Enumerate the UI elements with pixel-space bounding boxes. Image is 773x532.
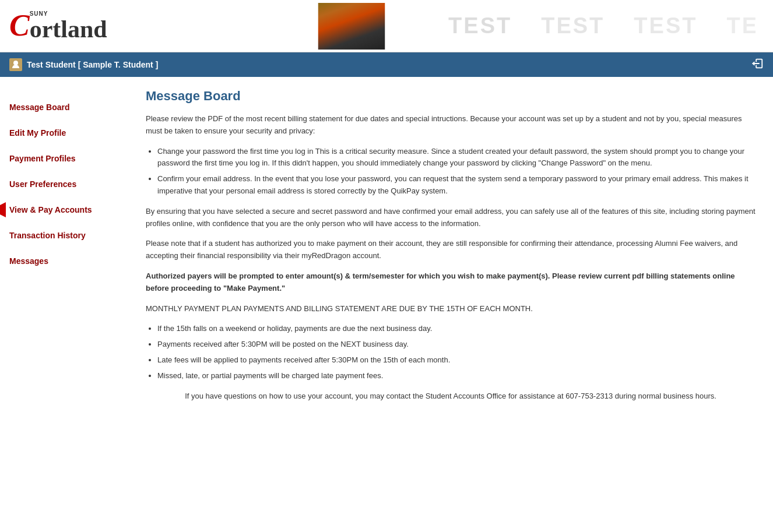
monthly-bullet-3: Late fees will be applied to payments re…: [157, 354, 756, 367]
monthly-bullet-4: Missed, late, or partial payments will b…: [157, 370, 756, 382]
nav-user-label: Test Student [ Sample T. Student ]: [27, 60, 158, 69]
monthly-bullet-1: If the 15th falls on a weekend or holida…: [157, 323, 756, 335]
test-wm-2: TEST: [541, 13, 605, 38]
main-content: Message Board Please review the PDF of t…: [134, 89, 773, 422]
logo-c: C: [9, 10, 30, 41]
logo-ortland: ortland: [30, 17, 107, 41]
logo: C SUNY ortland: [9, 10, 107, 41]
page-header: C SUNY ortland TEST TEST TEST TE: [0, 0, 773, 52]
logo-area: C SUNY ortland: [9, 10, 107, 41]
sidebar-item-user-preferences[interactable]: User Preferences: [9, 171, 125, 197]
intro-paragraph: Please review the PDF of the most recent…: [146, 113, 756, 138]
student-responsibility-paragraph: Please note that if a student has author…: [146, 238, 756, 262]
assurance-paragraph: By ensuring that you have selected a sec…: [146, 206, 756, 230]
red-arrow-indicator: [0, 202, 6, 217]
test-wm-1: TEST: [448, 13, 512, 38]
sidebar-item-message-board[interactable]: Message Board: [9, 94, 125, 120]
monthly-header: MONTHLY PAYMENT PLAN PAYMENTS AND BILLIN…: [146, 303, 756, 315]
footer-note: If you have questions on how to use your…: [146, 390, 756, 403]
svg-point-0: [13, 61, 18, 65]
sidebar-item-edit-my-profile[interactable]: Edit My Profile: [9, 120, 125, 146]
page-title: Message Board: [146, 89, 756, 104]
logo-text-block: SUNY ortland: [30, 10, 107, 41]
nav-user-section: Test Student [ Sample T. Student ]: [9, 58, 158, 71]
test-wm-4: TE: [726, 13, 756, 38]
security-bullet-1: Change your password the first time you …: [157, 146, 756, 170]
test-watermarks: TEST TEST TEST TE: [448, 13, 756, 38]
user-icon: [9, 58, 22, 71]
sidebar-item-messages[interactable]: Messages: [9, 248, 125, 274]
nav-bar: Test Student [ Sample T. Student ]: [0, 52, 773, 77]
test-wm-3: TEST: [634, 13, 697, 38]
view-pay-accounts-row: View & Pay Accounts: [9, 197, 125, 223]
sidebar-item-transaction-history[interactable]: Transaction History: [9, 223, 125, 248]
logout-button[interactable]: [751, 57, 764, 73]
authorized-payers-notice: Authorized payers will be prompted to en…: [146, 270, 756, 295]
security-list: Change your password the first time you …: [157, 146, 756, 198]
monthly-bullets-list: If the 15th falls on a weekend or holida…: [157, 323, 756, 382]
header-banner-image: [318, 3, 385, 50]
sidebar-item-view-pay-accounts[interactable]: View & Pay Accounts: [9, 197, 125, 223]
sidebar: Message Board Edit My Profile Payment Pr…: [0, 89, 134, 422]
content-area: Message Board Edit My Profile Payment Pr…: [0, 77, 773, 434]
security-bullet-2: Confirm your email address. In the event…: [157, 173, 756, 198]
sidebar-item-payment-profiles[interactable]: Payment Profiles: [9, 146, 125, 171]
monthly-bullet-2: Payments received after 5:30PM will be p…: [157, 339, 756, 351]
